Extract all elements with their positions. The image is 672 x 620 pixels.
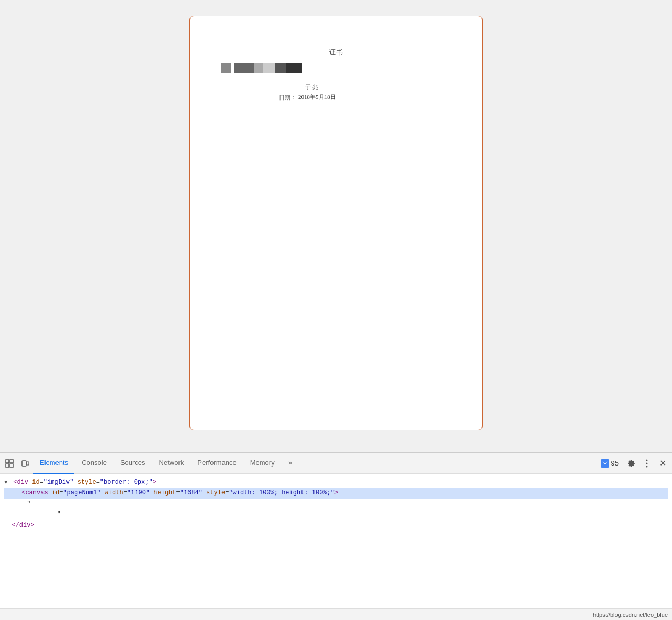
cert-bar-1 <box>234 63 254 73</box>
more-options-button[interactable] <box>640 456 654 471</box>
tab-elements[interactable]: Elements <box>33 453 74 474</box>
cert-content: 证书 亍 兆 日期： 2018年5月18日 <box>221 48 451 102</box>
code-line-2: <canvas id = "pageNum1" width = "1190" h… <box>4 488 668 498</box>
cert-header-row <box>221 63 451 73</box>
code-line-5: </div> <box>4 520 668 530</box>
cert-bar-4 <box>275 63 286 73</box>
message-badge: 95 <box>597 457 623 470</box>
cert-title: 证书 <box>221 48 451 57</box>
cert-square <box>221 63 231 73</box>
svg-rect-6 <box>602 461 608 466</box>
settings-button[interactable] <box>624 456 639 471</box>
tab-memory[interactable]: Memory <box>244 453 281 474</box>
svg-point-9 <box>646 466 648 467</box>
cert-signature-area: 亍 兆 <box>305 83 451 91</box>
svg-rect-0 <box>6 460 9 463</box>
cert-sign-line: 亍 兆 <box>305 83 451 91</box>
cert-bar-5 <box>286 63 302 73</box>
page-preview: 证书 亍 兆 日期： 2018年5月18日 <box>189 16 483 430</box>
arrow-2 <box>4 488 11 498</box>
cert-bar-container <box>234 63 302 73</box>
cert-bar-3 <box>263 63 275 73</box>
tab-network[interactable]: Network <box>153 453 191 474</box>
code-line-1: ▼ <div id = "imgDiv" style = "border: 0p… <box>4 477 668 488</box>
message-icon <box>601 459 609 468</box>
device-toggle-icon[interactable] <box>18 456 32 471</box>
tab-performance[interactable]: Performance <box>191 453 242 474</box>
svg-rect-3 <box>10 464 13 467</box>
badge-count: 95 <box>611 459 619 467</box>
status-bar: https://blog.csdn.net/leo_blue <box>0 608 672 620</box>
svg-point-7 <box>646 459 648 461</box>
tab-more[interactable]: » <box>282 453 298 474</box>
code-line-4: " <box>4 509 668 519</box>
devtools-toolbar: Elements Console Sources Network Perform… <box>0 453 672 474</box>
cert-date-row: 日期： 2018年5月18日 <box>279 93 451 102</box>
cert-date-label: 日期： <box>279 94 296 102</box>
devtools-code-area: ▼ <div id = "imgDiv" style = "border: 0p… <box>0 474 672 608</box>
devtools-panel: Elements Console Sources Network Perform… <box>0 452 672 620</box>
code-line-3: " <box>4 499 668 509</box>
tab-sources[interactable]: Sources <box>114 453 152 474</box>
status-url: https://blog.csdn.net/leo_blue <box>593 612 668 618</box>
svg-rect-2 <box>6 464 9 467</box>
svg-rect-5 <box>27 462 29 465</box>
browser-content: 证书 亍 兆 日期： 2018年5月18日 <box>0 0 672 452</box>
cert-bar-2 <box>254 63 263 73</box>
close-devtools-button[interactable]: ✕ <box>655 456 670 471</box>
svg-rect-1 <box>10 460 13 463</box>
svg-point-8 <box>646 462 648 464</box>
inspect-element-icon[interactable] <box>2 456 17 471</box>
arrow-1: ▼ <box>4 478 11 488</box>
cert-date-value: 2018年5月18日 <box>298 93 336 102</box>
svg-rect-4 <box>22 461 26 466</box>
tab-console[interactable]: Console <box>75 453 113 474</box>
